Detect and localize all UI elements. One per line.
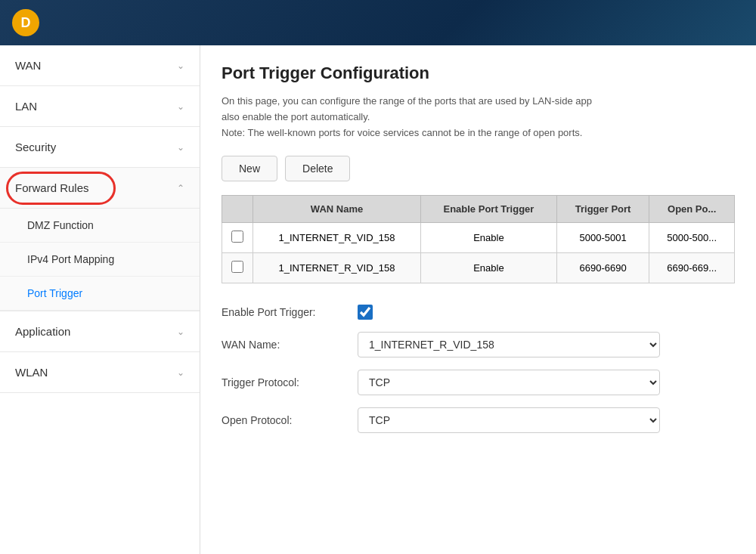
- sidebar-item-port-trigger[interactable]: Port Trigger: [0, 277, 200, 311]
- chevron-down-icon: ⌄: [177, 142, 184, 153]
- open-protocol-label: Open Protocol:: [222, 414, 358, 426]
- table-row: 1_INTERNET_R_VID_158 Enable 5000-5001 50…: [222, 223, 735, 253]
- action-buttons: New Delete: [222, 156, 735, 181]
- top-bar: D: [0, 0, 756, 45]
- row2-open-port: 6690-669...: [649, 253, 735, 283]
- row1-checkbox[interactable]: [231, 231, 243, 243]
- logo-text: D: [21, 15, 31, 31]
- trigger-protocol-label: Trigger Protocol:: [222, 376, 358, 388]
- delete-button[interactable]: Delete: [285, 156, 350, 181]
- chevron-down-icon: ⌄: [177, 327, 184, 337]
- row1-enable: Enable: [421, 223, 557, 253]
- sidebar-item-ipv4-port-mapping[interactable]: IPv4 Port Mapping: [0, 243, 200, 277]
- desc-line3: Note: The well-known ports for voice ser…: [222, 127, 582, 138]
- th-checkbox: [222, 196, 253, 223]
- enable-port-trigger-row: Enable Port Trigger:: [222, 305, 735, 320]
- sidebar-sub-menu: DMZ Function IPv4 Port Mapping Port Trig…: [0, 209, 200, 311]
- sidebar-item-dmz-label: DMZ Function: [27, 219, 94, 231]
- sidebar-item-forward-rules-label: Forward Rules: [15, 181, 89, 194]
- th-open-port: Open Po...: [649, 196, 735, 223]
- th-wan-name: WAN Name: [253, 196, 421, 223]
- enable-port-trigger-checkbox[interactable]: [358, 305, 373, 320]
- sidebar-item-dmz[interactable]: DMZ Function: [0, 209, 200, 243]
- sidebar-item-security-label: Security: [15, 141, 56, 153]
- row2-enable: Enable: [421, 253, 557, 283]
- wan-name-select[interactable]: 1_INTERNET_R_VID_158: [358, 332, 660, 357]
- row1-checkbox-cell: [222, 223, 253, 253]
- sidebar-item-lan[interactable]: LAN ⌄: [0, 86, 200, 127]
- trigger-protocol-select[interactable]: TCP UDP TCP/UDP: [358, 370, 660, 395]
- sidebar-item-application[interactable]: Application ⌄: [0, 311, 200, 352]
- desc-line2: also enable the port automatically.: [222, 111, 370, 122]
- logo: D: [12, 9, 39, 36]
- sidebar-item-lan-label: LAN: [15, 100, 37, 113]
- sidebar: WAN ⌄ LAN ⌄ Security ⌄ Forward Rules ⌃ D…: [0, 45, 200, 554]
- open-protocol-select[interactable]: TCP UDP TCP/UDP: [358, 407, 660, 433]
- th-enable-port-trigger: Enable Port Trigger: [421, 196, 557, 223]
- chevron-down-icon: ⌄: [177, 101, 184, 112]
- sidebar-item-ipv4-label: IPv4 Port Mapping: [27, 253, 114, 265]
- sidebar-item-wan[interactable]: WAN ⌄: [0, 45, 200, 86]
- page-description: On this page, you can configure the rang…: [222, 94, 735, 141]
- row2-checkbox-cell: [222, 253, 253, 283]
- chevron-down-icon: ⌄: [177, 367, 184, 378]
- sidebar-item-security[interactable]: Security ⌄: [0, 127, 200, 168]
- open-protocol-row: Open Protocol: TCP UDP TCP/UDP: [222, 407, 735, 433]
- enable-port-trigger-label: Enable Port Trigger:: [222, 306, 358, 318]
- sidebar-item-wan-label: WAN: [15, 59, 41, 72]
- row2-wan-name: 1_INTERNET_R_VID_158: [253, 253, 421, 283]
- page-title: Port Trigger Configuration: [222, 63, 735, 83]
- sidebar-item-application-label: Application: [15, 325, 70, 338]
- wan-name-label: WAN Name:: [222, 339, 358, 351]
- row2-trigger-port: 6690-6690: [556, 253, 649, 283]
- row1-open-port: 5000-500...: [649, 223, 735, 253]
- wan-name-row: WAN Name: 1_INTERNET_R_VID_158: [222, 332, 735, 357]
- new-button[interactable]: New: [222, 156, 277, 181]
- row1-trigger-port: 5000-5001: [556, 223, 649, 253]
- table-row: 1_INTERNET_R_VID_158 Enable 6690-6690 66…: [222, 253, 735, 283]
- form-section: Enable Port Trigger: WAN Name: 1_INTERNE…: [222, 305, 735, 433]
- sidebar-item-wlan-label: WLAN: [15, 366, 48, 379]
- chevron-down-icon: ⌄: [177, 60, 184, 71]
- main-layout: WAN ⌄ LAN ⌄ Security ⌄ Forward Rules ⌃ D…: [0, 45, 756, 554]
- content-area: Port Trigger Configuration On this page,…: [200, 45, 756, 554]
- port-trigger-table: WAN Name Enable Port Trigger Trigger Por…: [222, 195, 735, 283]
- sidebar-item-wlan[interactable]: WLAN ⌄: [0, 352, 200, 393]
- sidebar-item-port-trigger-label: Port Trigger: [27, 287, 82, 299]
- desc-line1: On this page, you can configure the rang…: [222, 95, 592, 107]
- trigger-protocol-row: Trigger Protocol: TCP UDP TCP/UDP: [222, 370, 735, 395]
- sidebar-item-forward-rules[interactable]: Forward Rules ⌃: [0, 168, 200, 209]
- chevron-up-icon: ⌃: [177, 183, 184, 193]
- row1-wan-name: 1_INTERNET_R_VID_158: [253, 223, 421, 253]
- row2-checkbox[interactable]: [231, 261, 243, 273]
- th-trigger-port: Trigger Port: [556, 196, 649, 223]
